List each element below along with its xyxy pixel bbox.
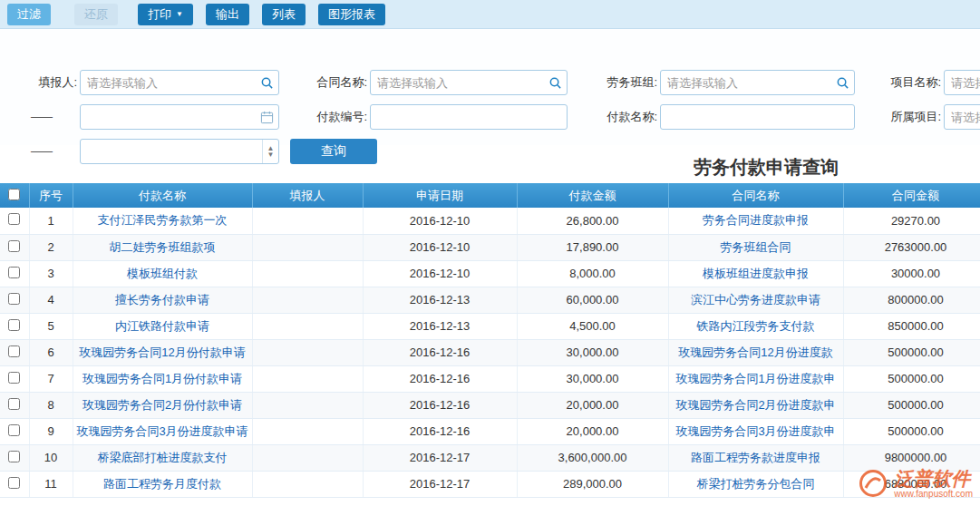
payment-name-link[interactable]: 路面工程劳务月度付款 xyxy=(73,471,252,497)
contract-name-input[interactable] xyxy=(371,71,543,94)
reporter-input[interactable] xyxy=(81,71,255,94)
filter-button[interactable]: 过滤 xyxy=(7,4,51,25)
app-window: 过滤 还原 打印 ▼ 输出 列表 图形报表 填报人: 合同名称: 劳务班组: xyxy=(0,0,980,506)
table-row: 1 支付江泽民劳务款第一次 2016-12-10 26,800.00 劳务合同进… xyxy=(0,208,980,234)
row-index: 6 xyxy=(29,339,73,365)
row-reporter xyxy=(252,339,363,365)
payment-name-link[interactable]: 玫瑰园劳务合同3月份进度款申请 xyxy=(73,418,252,444)
contract-name-link[interactable]: 劳务班组合同 xyxy=(668,234,843,260)
search-icon[interactable] xyxy=(543,71,567,94)
belong-project-input[interactable] xyxy=(945,105,980,129)
contract-name-link[interactable]: 铁路内江段劳务支付款 xyxy=(668,313,843,339)
results-table: 序号 付款名称 填报人 申请日期 付款金额 合同名称 合同金额 1 支付江泽民劳… xyxy=(0,183,980,498)
row-reporter xyxy=(252,260,363,287)
contract-name-link[interactable]: 桥梁打桩劳务分包合同 xyxy=(668,471,843,497)
contract-name-field xyxy=(370,70,568,95)
row-date: 2016-12-10 xyxy=(363,260,517,287)
col-header-amount: 付款金额 xyxy=(517,183,668,208)
row-checkbox[interactable] xyxy=(8,477,20,489)
row-date: 2016-12-16 xyxy=(363,392,517,418)
table-row: 11 路面工程劳务月度付款 2016-12-17 289,000.00 桥梁打桩… xyxy=(0,471,980,497)
row-contract-amount: 850000.00 xyxy=(843,313,980,339)
select-all-cell xyxy=(0,183,29,208)
payment-name-link[interactable]: 胡二娃劳务班组款项 xyxy=(73,234,252,260)
payment-no-input[interactable] xyxy=(371,105,567,129)
row-checkbox[interactable] xyxy=(8,451,20,462)
payment-name-link[interactable]: 玫瑰园劳务合同12月份付款申请 xyxy=(73,339,252,365)
belong-project-label: 所属项目: xyxy=(876,104,941,130)
search-icon[interactable] xyxy=(255,71,278,94)
row-amount: 60,000.00 xyxy=(517,287,668,313)
row-checkbox-cell xyxy=(0,444,29,471)
calendar-icon[interactable] xyxy=(255,105,278,129)
row-reporter xyxy=(252,444,363,471)
payment-name-link[interactable]: 内江铁路付款申请 xyxy=(73,313,252,339)
table-row: 9 玫瑰园劳务合同3月份进度款申请 2016-12-16 20,000.00 玫… xyxy=(0,418,980,444)
row-checkbox[interactable] xyxy=(8,319,20,331)
table-row: 6 玫瑰园劳务合同12月份付款申请 2016-12-16 30,000.00 玫… xyxy=(0,339,980,365)
row-checkbox[interactable] xyxy=(8,345,20,357)
row-checkbox[interactable] xyxy=(8,398,20,410)
payment-name-link[interactable]: 玫瑰园劳务合同2月份付款申请 xyxy=(73,392,252,418)
output-button[interactable]: 输出 xyxy=(206,4,249,25)
table-row: 10 桥梁底部打桩进度款支付 2016-12-17 3,600,000.00 路… xyxy=(0,444,980,471)
contract-name-link[interactable]: 滨江中心劳务进度款申请 xyxy=(668,287,843,313)
payment-name-link[interactable]: 支付江泽民劳务款第一次 xyxy=(73,208,252,234)
row-index: 11 xyxy=(29,471,73,497)
restore-button: 还原 xyxy=(74,4,118,25)
row-index: 1 xyxy=(29,208,73,234)
step-down-icon[interactable]: ▼ xyxy=(267,151,275,158)
row-index: 2 xyxy=(29,234,73,260)
row-checkbox[interactable] xyxy=(8,267,20,278)
contract-name-link[interactable]: 玫瑰园劳务合同12月份进度款 xyxy=(668,339,843,365)
payment-name-input[interactable] xyxy=(661,105,854,129)
row-checkbox-cell xyxy=(0,365,29,392)
amount-input[interactable] xyxy=(81,140,262,163)
row-date: 2016-12-10 xyxy=(363,234,517,260)
search-icon[interactable] xyxy=(830,71,854,94)
row-reporter xyxy=(252,392,363,418)
labor-team-input[interactable] xyxy=(661,71,830,94)
row-checkbox[interactable] xyxy=(8,293,20,305)
table-row: 8 玫瑰园劳务合同2月份付款申请 2016-12-16 20,000.00 玫瑰… xyxy=(0,392,980,418)
row-checkbox[interactable] xyxy=(8,240,20,252)
payment-name-link[interactable]: 玫瑰园劳务合同1月份付款申请 xyxy=(73,365,252,392)
query-button[interactable]: 查询 xyxy=(290,139,377,164)
chart-report-button[interactable]: 图形报表 xyxy=(318,4,385,25)
project-name-input[interactable] xyxy=(945,71,980,94)
row-checkbox-cell xyxy=(0,260,29,287)
row-checkbox-cell xyxy=(0,339,29,365)
row-amount: 4,500.00 xyxy=(517,313,668,339)
contract-name-link[interactable]: 玫瑰园劳务合同2月份进度款申 xyxy=(668,392,843,418)
select-all-checkbox[interactable] xyxy=(8,189,20,200)
reporter-label: 填报人: xyxy=(0,70,77,95)
row-checkbox[interactable] xyxy=(8,213,20,225)
row-index: 10 xyxy=(29,444,73,471)
payment-name-label: 付款名称: xyxy=(585,104,657,130)
payment-name-link[interactable]: 桥梁底部打桩进度款支付 xyxy=(73,444,252,471)
row-contract-amount: 30000.00 xyxy=(843,260,980,287)
row-reporter xyxy=(252,313,363,339)
row-checkbox[interactable] xyxy=(8,424,20,436)
contract-name-link[interactable]: 模板班组进度款申报 xyxy=(668,260,843,287)
contract-name-link[interactable]: 路面工程劳务款进度申报 xyxy=(668,444,843,471)
contract-name-link[interactable]: 劳务合同进度款申报 xyxy=(668,208,843,234)
col-header-contract-amount: 合同金额 xyxy=(843,183,980,208)
payment-name-link[interactable]: 擅长劳务付款申请 xyxy=(73,287,252,313)
number-stepper[interactable]: ▲▼ xyxy=(262,140,278,163)
col-header-date: 申请日期 xyxy=(363,183,517,208)
labor-team-label: 劳务班组: xyxy=(585,70,657,95)
row-amount: 30,000.00 xyxy=(517,339,668,365)
row-checkbox[interactable] xyxy=(8,372,20,384)
list-button[interactable]: 列表 xyxy=(262,4,306,25)
row-index: 7 xyxy=(29,365,73,392)
contract-name-link[interactable]: 玫瑰园劳务合同3月份进度款申 xyxy=(668,418,843,444)
labor-team-field xyxy=(660,70,855,95)
contract-name-link[interactable]: 玫瑰园劳务合同1月份进度款申 xyxy=(668,365,843,392)
row-contract-amount: 2763000.00 xyxy=(843,234,980,260)
payment-name-link[interactable]: 模板班组付款 xyxy=(73,260,252,287)
col-header-contract-name: 合同名称 xyxy=(668,183,843,208)
date-input[interactable] xyxy=(81,105,255,129)
print-button[interactable]: 打印 ▼ xyxy=(138,4,193,25)
table-body: 1 支付江泽民劳务款第一次 2016-12-10 26,800.00 劳务合同进… xyxy=(0,208,980,497)
